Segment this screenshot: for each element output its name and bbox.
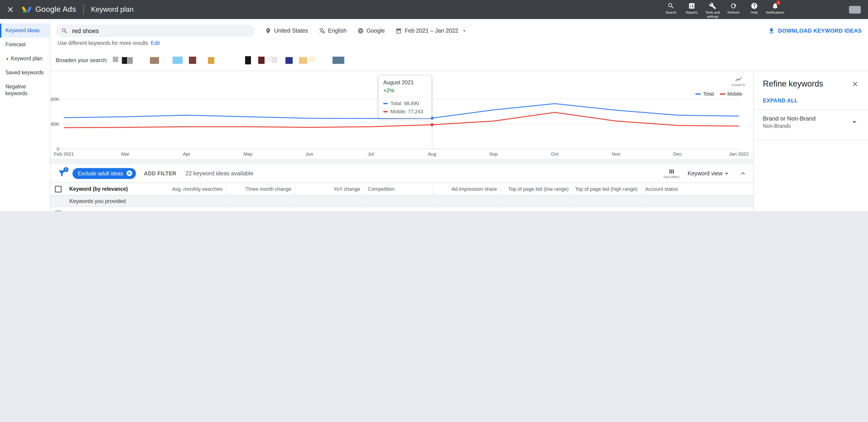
broaden-keyword-chip[interactable] xyxy=(113,56,118,62)
date-range-setting[interactable]: Feb 2021 – Jan 2022 xyxy=(396,28,467,34)
tooltip-entries: Total: 98,690Mobile: 77,243 xyxy=(383,97,427,114)
sidebar-item-negative-keywords[interactable]: Negative keywords xyxy=(0,80,50,100)
location-setting[interactable]: United States xyxy=(265,28,308,34)
svg-text:Feb 2021: Feb 2021 xyxy=(54,151,74,156)
collapse-table-icon[interactable] xyxy=(739,169,747,177)
edit-link[interactable]: Edit xyxy=(151,40,160,46)
svg-text:Sep: Sep xyxy=(489,151,498,156)
legend-item-total[interactable]: Total xyxy=(695,91,714,96)
column-header[interactable]: Top of page bid (high range) xyxy=(572,183,641,195)
appbar-actions: SearchReportsTools and settingsRefreshHe… xyxy=(660,1,785,18)
broaden-keyword-chip[interactable] xyxy=(299,57,307,64)
account-status-cell xyxy=(641,207,753,211)
refine-group-brand[interactable]: Brand or Non-Brand Non-Brands xyxy=(763,110,859,134)
broaden-keyword-chip[interactable] xyxy=(266,56,272,62)
svg-text:Jun: Jun xyxy=(306,151,313,156)
sidebar-item-saved-keywords[interactable]: Saved keywords xyxy=(0,66,50,80)
broaden-keyword-chip[interactable] xyxy=(332,57,344,64)
refine-keywords-panel: Refine keywords EXPAND ALL Brand or Non-… xyxy=(753,71,868,211)
tooltip-entry: Mobile: 77,243 xyxy=(383,109,427,114)
close-icon[interactable] xyxy=(6,5,14,13)
keyword-view-dropdown[interactable]: Keyword view xyxy=(688,169,731,177)
language-setting[interactable]: English xyxy=(319,28,347,34)
svg-text:Apr: Apr xyxy=(183,151,190,156)
svg-text:160K: 160K xyxy=(50,96,59,102)
exclude-adult-ideas-chip[interactable]: Exclude adult ideas xyxy=(72,168,136,179)
plan-controls: red shoes Use different keywords for mor… xyxy=(50,19,868,71)
keyword-search-input[interactable]: red shoes xyxy=(56,25,255,37)
broaden-keyword-chip[interactable] xyxy=(285,57,292,64)
column-header[interactable]: Ad impression share xyxy=(433,183,501,195)
add-filter-button[interactable]: ADD FILTER xyxy=(144,171,176,176)
table-header: Keyword (by relevance)Avg. monthly searc… xyxy=(50,183,753,195)
close-panel-icon[interactable] xyxy=(851,80,859,88)
columns-button[interactable]: COLUMNS xyxy=(663,168,680,179)
column-header[interactable]: Three month change xyxy=(226,183,295,195)
brand-name: Google Ads xyxy=(35,5,76,14)
column-header[interactable]: Keyword (by relevance) xyxy=(66,183,166,195)
search-icon xyxy=(61,27,68,34)
card-gap xyxy=(50,159,753,164)
column-header[interactable]: YoY change xyxy=(295,183,364,195)
download-keyword-ideas-button[interactable]: DOWNLOAD KEYWORD IDEAS xyxy=(768,25,862,37)
competition-cell: High xyxy=(364,207,433,211)
table-body: Keywords you providedred shoes60,500-18%… xyxy=(50,195,753,211)
appbar-action-tools[interactable]: Tools and settings xyxy=(702,1,723,18)
broaden-keyword-chip[interactable] xyxy=(309,56,315,62)
tooltip-title: August 2021 xyxy=(383,79,427,86)
keyword-table: Keyword (by relevance)Avg. monthly searc… xyxy=(50,183,753,211)
column-header[interactable]: Competition xyxy=(364,183,433,195)
appbar-action-refresh[interactable]: Refresh xyxy=(723,1,744,14)
appbar-action-help[interactable]: Help xyxy=(744,1,765,14)
chevron-down-icon xyxy=(461,28,467,34)
broaden-keyword-chip[interactable] xyxy=(127,57,132,64)
filter-count-badge: 1 xyxy=(63,167,68,172)
column-header[interactable]: Account status xyxy=(641,183,753,195)
refresh-icon xyxy=(730,2,737,9)
app-bar: Google Ads Keyword plan SearchReportsToo… xyxy=(0,0,868,19)
broaden-label: Broaden your search: xyxy=(56,57,107,63)
broaden-keyword-chip[interactable] xyxy=(208,57,214,64)
column-header[interactable]: Top of page bid (low range) xyxy=(501,183,572,195)
tooltip-swatch xyxy=(383,102,388,104)
charts-label: CHARTS xyxy=(732,83,745,87)
sidebar-item-forecast[interactable]: Forecast xyxy=(0,38,50,52)
google-ads-brand: Google Ads xyxy=(22,4,76,14)
column-header[interactable]: Avg. monthly searches xyxy=(166,183,226,195)
tooltip-swatch xyxy=(383,111,388,112)
three-month-change-cell: -18% xyxy=(226,207,295,211)
broaden-keyword-chip[interactable] xyxy=(258,57,264,64)
svg-text:Oct: Oct xyxy=(551,151,559,156)
appbar-action-reports[interactable]: Reports xyxy=(681,1,702,14)
broaden-keyword-chip[interactable] xyxy=(245,56,251,64)
avatar[interactable] xyxy=(849,6,861,13)
legend-item-mobile[interactable]: Mobile xyxy=(720,91,742,96)
broaden-keyword-chip[interactable] xyxy=(272,57,277,63)
expand-all-button[interactable]: EXPAND ALL xyxy=(763,98,859,103)
broaden-keyword-chip[interactable] xyxy=(189,57,196,64)
filter-funnel-icon[interactable]: 1 xyxy=(58,169,66,178)
remove-filter-icon[interactable] xyxy=(126,170,132,177)
broaden-keyword-chip[interactable] xyxy=(173,57,182,64)
chart-tooltip: August 2021 +2% Total: 98,690Mobile: 77,… xyxy=(378,75,432,118)
row-checkbox[interactable] xyxy=(55,210,61,211)
svg-text:Mar: Mar xyxy=(121,151,129,156)
select-all-checkbox[interactable] xyxy=(55,185,61,192)
chevron-down-icon[interactable] xyxy=(850,117,859,126)
checkbox-cell xyxy=(50,207,66,211)
broaden-keyword-chip[interactable] xyxy=(150,57,159,64)
broaden-keyword-chip[interactable] xyxy=(122,57,127,64)
notification-badge: 1 xyxy=(776,0,781,5)
sidebar-item-keyword-plan[interactable]: ▼Keyword plan xyxy=(0,52,50,66)
keyword-cell: red shoes xyxy=(66,207,166,211)
sidebar-item-keyword-ideas[interactable]: Keyword ideas xyxy=(0,24,50,38)
table-row[interactable]: red shoes60,500-18%0%High—$0.30$1.02 xyxy=(50,207,753,211)
legend-swatch xyxy=(695,93,701,94)
network-setting[interactable]: Google xyxy=(358,28,385,34)
appbar-action-search[interactable]: Search xyxy=(660,1,681,14)
appbar-action-notifications[interactable]: Notifications1 xyxy=(765,1,785,14)
charts-toggle-button[interactable]: CHARTS xyxy=(732,76,745,87)
download-icon xyxy=(768,27,775,34)
main-column: 080K160KFeb 2021MarAprMayJunJulAugSepOct… xyxy=(50,71,753,211)
avg-searches-cell: 60,500 xyxy=(166,207,226,211)
